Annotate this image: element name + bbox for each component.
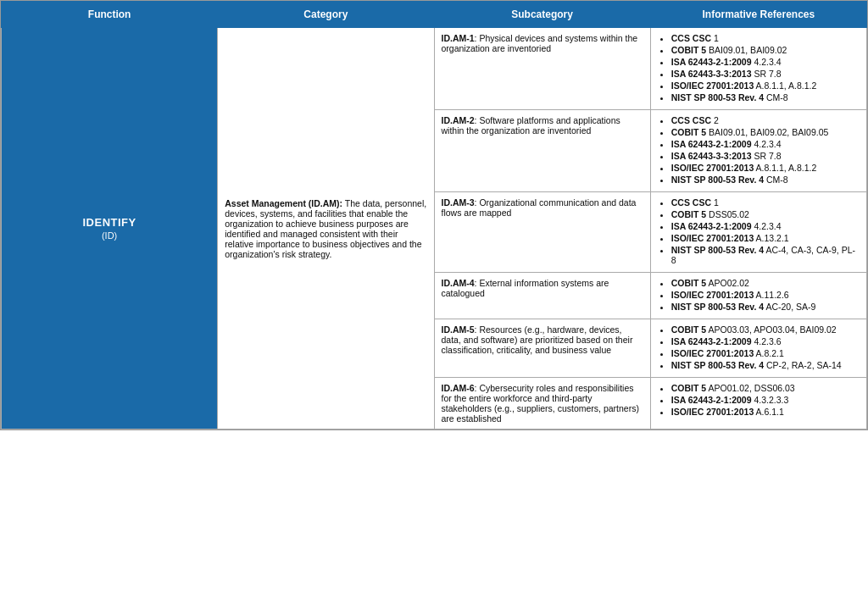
ref-rest: CP-2, RA-2, SA-14: [764, 360, 842, 370]
ref-rest: SR 7.8: [752, 151, 782, 161]
ref-rest: A.8.1.1, A.8.1.2: [754, 163, 816, 173]
function-name: IDENTIFY: [83, 216, 136, 229]
subcategory-cell: ID.AM-2: Software platforms and applicat…: [434, 110, 650, 192]
ref-bold: ISA 62443-2-1:2009: [671, 221, 752, 231]
list-item: CCS CSC 2: [671, 115, 860, 125]
ref-bold: COBIT 5: [671, 383, 706, 393]
references-cell: COBIT 5 APO03.03, APO03.04, BAI09.02ISA …: [650, 319, 866, 378]
header-subcategory: Subcategory: [434, 2, 650, 28]
ref-bold: ISA 62443-3-3:2013: [671, 151, 752, 161]
ref-bold: COBIT 5: [671, 127, 706, 137]
ref-rest: APO03.03, APO03.04, BAI09.02: [706, 324, 837, 335]
ref-bold: ISA 62443-2-1:2009: [671, 139, 752, 149]
ref-bold: ISA 62443-2-1:2009: [671, 395, 752, 405]
ref-bold: COBIT 5: [671, 324, 706, 335]
ref-rest: AC-20, SA-9: [764, 302, 815, 312]
ref-bold: NIST SP 800-53 Rev. 4: [671, 360, 764, 370]
header-references: Informative References: [650, 2, 866, 28]
category-title: Asset Management (ID.AM):: [225, 198, 342, 208]
list-item: ISA 62443-2-1:2009 4.2.3.4: [671, 57, 860, 67]
ref-rest: CM-8: [764, 92, 788, 103]
list-item: COBIT 5 APO03.03, APO03.04, BAI09.02: [671, 324, 860, 335]
ref-rest: DSS05.02: [706, 209, 749, 219]
ref-rest: BAI09.01, BAI09.02: [706, 45, 787, 55]
list-item: ISO/IEC 27001:2013 A.6.1.1: [671, 407, 860, 417]
list-item: ISO/IEC 27001:2013 A.11.2.6: [671, 290, 860, 300]
ref-bold: ISO/IEC 27001:2013: [671, 407, 754, 417]
header-category: Category: [218, 2, 434, 28]
list-item: ISO/IEC 27001:2013 A.8.2.1: [671, 348, 860, 358]
ref-bold: COBIT 5: [671, 45, 706, 55]
ref-rest: A.13.2.1: [754, 233, 788, 243]
list-item: ISA 62443-3-3:2013 SR 7.8: [671, 151, 860, 161]
ref-rest: APO01.02, DSS06.03: [706, 383, 795, 393]
ref-rest: 4.3.2.3.3: [752, 395, 789, 405]
subcategory-cell: ID.AM-1: Physical devices and systems wi…: [434, 28, 650, 110]
ref-rest: A.8.1.1, A.8.1.2: [754, 80, 816, 91]
main-table: Function Category Subcategory Informativ…: [0, 0, 868, 430]
ref-rest: 1: [711, 197, 719, 208]
ref-rest: 2: [711, 115, 719, 125]
list-item: ISO/IEC 27001:2013 A.8.1.1, A.8.1.2: [671, 163, 860, 173]
list-item: ISA 62443-2-1:2009 4.3.2.3.3: [671, 395, 860, 405]
header-function: Function: [2, 2, 218, 28]
ref-bold: ISA 62443-2-1:2009: [671, 57, 752, 67]
function-cell: IDENTIFY(ID): [2, 28, 218, 430]
ref-bold: NIST SP 800-53 Rev. 4: [671, 302, 764, 312]
ref-bold: NIST SP 800-53 Rev. 4: [671, 245, 764, 255]
list-item: NIST SP 800-53 Rev. 4 CM-8: [671, 92, 860, 103]
function-abbr: (ID): [102, 230, 117, 241]
ref-rest: BAI09.01, BAI09.02, BAI09.05: [706, 127, 828, 137]
subcategory-cell: ID.AM-5: Resources (e.g., hardware, devi…: [434, 319, 650, 378]
ref-rest: CM-8: [764, 175, 788, 185]
ref-bold: CCS CSC: [671, 115, 711, 125]
list-item: COBIT 5 BAI09.01, BAI09.02, BAI09.05: [671, 127, 860, 137]
ref-rest: SR 7.8: [752, 69, 782, 79]
ref-rest: 4.2.3.4: [752, 57, 782, 67]
references-cell: COBIT 5 APO02.02ISO/IEC 27001:2013 A.11.…: [650, 273, 866, 319]
list-item: COBIT 5 BAI09.01, BAI09.02: [671, 45, 860, 55]
list-item: CCS CSC 1: [671, 33, 860, 43]
ref-bold: CCS CSC: [671, 197, 711, 208]
ref-rest: APO02.02: [706, 278, 749, 288]
subcategory-cell: ID.AM-3: Organizational communication an…: [434, 192, 650, 273]
subcategory-cell: ID.AM-6: Cybersecurity roles and respons…: [434, 378, 650, 430]
list-item: COBIT 5 DSS05.02: [671, 209, 860, 219]
ref-bold: NIST SP 800-53 Rev. 4: [671, 175, 764, 185]
ref-bold: ISO/IEC 27001:2013: [671, 348, 754, 358]
list-item: NIST SP 800-53 Rev. 4 AC-20, SA-9: [671, 302, 860, 312]
subcategory-id: ID.AM-4: [442, 278, 475, 288]
list-item: ISA 62443-2-1:2009 4.2.3.4: [671, 139, 860, 149]
ref-bold: ISO/IEC 27001:2013: [671, 163, 754, 173]
ref-bold: COBIT 5: [671, 278, 706, 288]
list-item: ISO/IEC 27001:2013 A.13.2.1: [671, 233, 860, 243]
list-item: COBIT 5 APO01.02, DSS06.03: [671, 383, 860, 393]
ref-rest: A.6.1.1: [754, 407, 784, 417]
category-cell: Asset Management (ID.AM): The data, pers…: [218, 28, 434, 430]
ref-bold: NIST SP 800-53 Rev. 4: [671, 92, 764, 103]
ref-bold: ISA 62443-3-3:2013: [671, 69, 752, 79]
subcategory-id: ID.AM-5: [442, 324, 475, 335]
subcategory-id: ID.AM-3: [442, 197, 475, 208]
list-item: ISA 62443-3-3:2013 SR 7.8: [671, 69, 860, 79]
ref-bold: COBIT 5: [671, 209, 706, 219]
references-cell: CCS CSC 1COBIT 5 DSS05.02ISA 62443-2-1:2…: [650, 192, 866, 273]
ref-rest: A.11.2.6: [754, 290, 788, 300]
list-item: ISO/IEC 27001:2013 A.8.1.1, A.8.1.2: [671, 80, 860, 91]
ref-bold: ISO/IEC 27001:2013: [671, 290, 754, 300]
references-cell: CCS CSC 1COBIT 5 BAI09.01, BAI09.02ISA 6…: [650, 28, 866, 110]
subcategory-cell: ID.AM-4: External information systems ar…: [434, 273, 650, 319]
list-item: ISA 62443-2-1:2009 4.2.3.6: [671, 336, 860, 346]
list-item: ISA 62443-2-1:2009 4.2.3.4: [671, 221, 860, 231]
ref-rest: 4.2.3.4: [752, 221, 782, 231]
ref-bold: CCS CSC: [671, 33, 711, 43]
ref-bold: ISO/IEC 27001:2013: [671, 80, 754, 91]
list-item: NIST SP 800-53 Rev. 4 CM-8: [671, 175, 860, 185]
references-cell: COBIT 5 APO01.02, DSS06.03ISA 62443-2-1:…: [650, 378, 866, 430]
list-item: COBIT 5 APO02.02: [671, 278, 860, 288]
subcategory-id: ID.AM-2: [442, 115, 475, 125]
ref-rest: A.8.2.1: [754, 348, 784, 358]
ref-rest: 4.2.3.6: [752, 336, 782, 346]
references-cell: CCS CSC 2COBIT 5 BAI09.01, BAI09.02, BAI…: [650, 110, 866, 192]
list-item: NIST SP 800-53 Rev. 4 AC-4, CA-3, CA-9, …: [671, 245, 860, 265]
